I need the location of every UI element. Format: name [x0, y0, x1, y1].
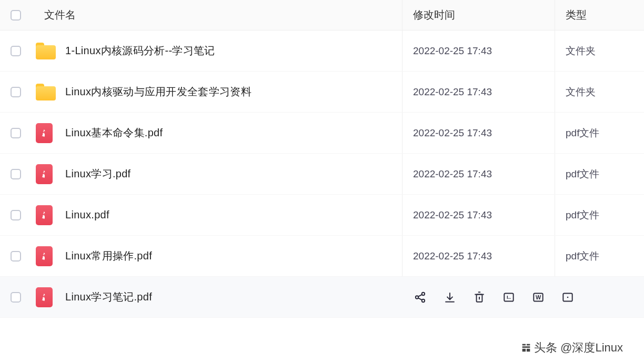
file-name: Linux.pdf	[65, 209, 109, 221]
file-name-cell[interactable]: Linux常用操作.pdf	[32, 246, 402, 266]
svg-point-2	[422, 299, 425, 301]
table-row[interactable]: Linux学习笔记.pdf I.. W	[0, 277, 644, 318]
column-header-time[interactable]: 修改时间	[402, 0, 555, 30]
file-time-cell: 2022-02-25 17:43	[402, 72, 555, 112]
file-type-cell: pdf文件	[555, 236, 644, 276]
file-name-cell[interactable]: Linux基本命令集.pdf	[32, 123, 402, 143]
file-icon-wrap	[36, 43, 61, 59]
watermark-icon	[520, 342, 532, 354]
watermark-text: 头条 @深度Linux	[534, 340, 623, 356]
file-table: 文件名 修改时间 类型 1-Linux内核源码分析--学习笔记 2022-02-…	[0, 0, 644, 318]
header-name-label: 文件名	[36, 8, 76, 22]
file-time: 2022-02-25 17:43	[413, 45, 492, 57]
folder-icon	[36, 84, 56, 100]
svg-text:W: W	[536, 294, 541, 300]
row-checkbox[interactable]	[11, 87, 21, 97]
pdf-icon	[36, 287, 53, 307]
file-type: 文件夹	[566, 85, 596, 99]
pdf-icon	[36, 123, 53, 143]
file-icon-wrap	[36, 205, 61, 225]
file-name-cell[interactable]: Linux学习笔记.pdf	[32, 287, 402, 307]
row-checkbox-cell	[0, 292, 32, 303]
file-type: pdf文件	[566, 126, 599, 140]
row-checkbox-cell	[0, 251, 32, 262]
row-checkbox-cell	[0, 128, 32, 138]
file-name-cell[interactable]: Linux内核驱动与应用开发全套学习资料	[32, 84, 402, 100]
file-type-cell: pdf文件	[555, 195, 644, 235]
file-time-cell: 2022-02-25 17:43	[402, 113, 555, 153]
file-name: Linux基本命令集.pdf	[65, 126, 163, 140]
row-checkbox[interactable]	[11, 128, 21, 138]
file-icon-wrap	[36, 287, 61, 307]
table-row[interactable]: Linux常用操作.pdf 2022-02-25 17:43 pdf文件	[0, 236, 644, 277]
file-icon-wrap	[36, 84, 61, 100]
row-checkbox-cell	[0, 210, 32, 220]
file-time: 2022-02-25 17:43	[413, 209, 492, 221]
table-row[interactable]: Linux内核驱动与应用开发全套学习资料 2022-02-25 17:43 文件…	[0, 72, 644, 113]
table-header: 文件名 修改时间 类型	[0, 0, 644, 31]
file-type-cell: pdf文件	[555, 154, 644, 194]
file-time: 2022-02-25 17:43	[413, 86, 492, 98]
file-type: pdf文件	[566, 249, 599, 263]
file-icon-wrap	[36, 164, 61, 184]
table-row[interactable]: Linux学习.pdf 2022-02-25 17:43 pdf文件	[0, 154, 644, 195]
file-icon-wrap	[36, 246, 61, 266]
file-name: 1-Linux内核源码分析--学习笔记	[65, 44, 215, 58]
file-time: 2022-02-25 17:43	[413, 127, 492, 139]
file-type: pdf文件	[566, 167, 599, 181]
row-checkbox[interactable]	[11, 292, 21, 303]
select-all-cell	[0, 10, 32, 21]
file-name-cell[interactable]: Linux学习.pdf	[32, 164, 402, 184]
file-time-cell: 2022-02-25 17:43	[402, 154, 555, 194]
file-time-cell: 2022-02-25 17:43	[402, 236, 555, 276]
row-checkbox[interactable]	[11, 210, 21, 220]
svg-line-4	[418, 298, 422, 300]
row-checkbox-cell	[0, 87, 32, 97]
row-checkbox[interactable]	[11, 46, 21, 56]
file-icon-wrap	[36, 123, 61, 143]
file-name: Linux常用操作.pdf	[65, 249, 152, 263]
file-type-cell: 文件夹	[555, 31, 644, 71]
row-actions: I.. W	[402, 277, 644, 317]
table-row[interactable]: 1-Linux内核源码分析--学习笔记 2022-02-25 17:43 文件夹	[0, 31, 644, 72]
row-checkbox-cell	[0, 46, 32, 56]
download-icon[interactable]	[443, 290, 457, 304]
file-name: Linux学习笔记.pdf	[65, 290, 152, 304]
row-checkbox[interactable]	[11, 169, 21, 179]
file-name: Linux学习.pdf	[65, 167, 130, 181]
more-icon[interactable]	[561, 290, 575, 304]
svg-text:I..: I..	[507, 294, 511, 300]
file-name-cell[interactable]: Linux.pdf	[32, 205, 402, 225]
table-row[interactable]: Linux.pdf 2022-02-25 17:43 pdf文件	[0, 195, 644, 236]
share-icon[interactable]	[414, 290, 427, 304]
file-type-cell: 文件夹	[555, 72, 644, 112]
file-time-cell: 2022-02-25 17:43	[402, 195, 555, 235]
file-name-cell[interactable]: 1-Linux内核源码分析--学习笔记	[32, 43, 402, 59]
file-time: 2022-02-25 17:43	[413, 168, 492, 180]
table-row[interactable]: Linux基本命令集.pdf 2022-02-25 17:43 pdf文件	[0, 113, 644, 154]
column-header-name[interactable]: 文件名	[32, 8, 402, 22]
pdf-icon	[36, 246, 53, 266]
svg-point-0	[416, 296, 418, 298]
rename-icon[interactable]: I..	[502, 290, 516, 304]
watermark: 头条 @深度Linux	[520, 340, 623, 356]
file-type: pdf文件	[566, 208, 599, 222]
file-name: Linux内核驱动与应用开发全套学习资料	[65, 85, 251, 99]
delete-icon[interactable]	[472, 290, 486, 304]
open-doc-icon[interactable]: W	[531, 290, 545, 304]
column-header-type[interactable]: 类型	[555, 0, 644, 30]
pdf-icon	[36, 205, 53, 225]
pdf-icon	[36, 164, 53, 184]
row-checkbox-cell	[0, 169, 32, 179]
file-time: 2022-02-25 17:43	[413, 250, 492, 262]
svg-line-3	[418, 294, 422, 296]
folder-icon	[36, 43, 56, 59]
svg-point-16	[567, 296, 569, 298]
select-all-checkbox[interactable]	[11, 10, 21, 21]
header-type-label: 类型	[566, 8, 587, 22]
file-type: 文件夹	[566, 44, 596, 58]
file-type-cell: pdf文件	[555, 113, 644, 153]
svg-point-1	[422, 292, 425, 295]
file-time-cell: 2022-02-25 17:43	[402, 31, 555, 71]
row-checkbox[interactable]	[11, 251, 21, 262]
